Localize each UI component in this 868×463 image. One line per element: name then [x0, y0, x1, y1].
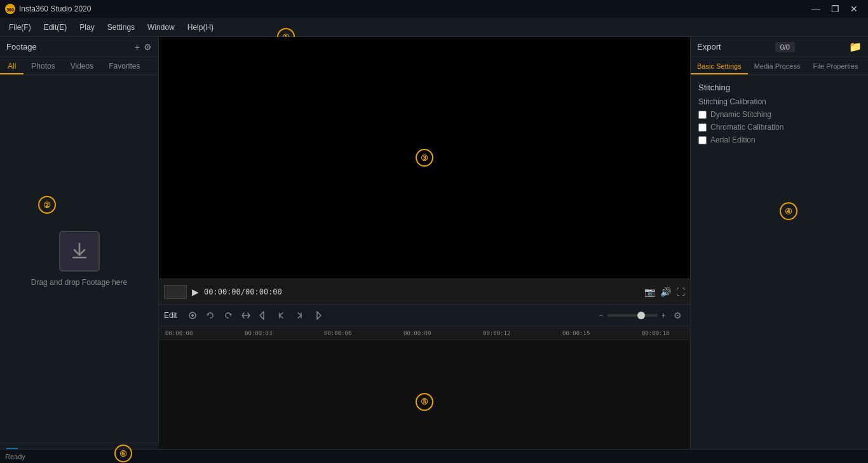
- svg-text:360: 360: [6, 8, 14, 12]
- menu-file[interactable]: File(F): [3, 20, 37, 34]
- status-text: Ready: [5, 453, 25, 460]
- menu-bar: File(F) Edit(E) Play Settings Window Hel…: [0, 18, 868, 37]
- center-panel: ③ ▶ 00:00:00/00:00:00 📷 🔊 ⛶ Edit: [159, 37, 690, 463]
- edit-toolbar: Edit: [159, 305, 690, 326]
- video-preview: ③: [159, 37, 690, 279]
- svg-point-3: [191, 314, 194, 317]
- settings-icon[interactable]: ⚙: [670, 308, 685, 323]
- dynamic-stitching-row: Dynamic Stitching: [698, 110, 860, 119]
- preview-thumbnail: [164, 285, 187, 299]
- zoom-slider[interactable]: [607, 314, 658, 317]
- ruler-mark-2: 00:00:06: [324, 330, 351, 336]
- aerial-edition-label: Aerial Edition: [710, 135, 756, 144]
- flip-button[interactable]: [238, 308, 254, 323]
- trim-start-button[interactable]: [256, 308, 271, 323]
- timeline-content[interactable]: ⑤: [159, 340, 690, 463]
- ruler-mark-4: 00:00:12: [483, 330, 510, 336]
- app-icon: 360: [5, 4, 15, 14]
- right-tabs: Basic Settings Media Process File Proper…: [691, 57, 868, 75]
- export-header: Export 0/0 📁: [691, 37, 868, 57]
- zoom-controls: − + ⚙: [599, 308, 685, 323]
- tab-file-properties[interactable]: File Properties: [806, 57, 864, 74]
- rotate-left-button[interactable]: [203, 308, 218, 323]
- footage-drop-zone[interactable]: Drag and drop Footage here: [0, 75, 158, 443]
- volume-button[interactable]: 🔊: [660, 287, 671, 297]
- maximize-button[interactable]: ❐: [826, 0, 844, 18]
- right-panel: Export 0/0 📁 Basic Settings Media Proces…: [690, 37, 868, 463]
- dynamic-stitching-label: Dynamic Stitching: [710, 110, 771, 119]
- time-display: 00:00:00/00:00:00: [204, 287, 282, 296]
- upload-icon: [59, 231, 100, 272]
- footage-tabs: All Photos Videos Favorites: [0, 57, 158, 75]
- video-controls: ▶ 00:00:00/00:00:00 📷 🔊 ⛶: [159, 279, 690, 304]
- tab-favorites[interactable]: Favorites: [101, 57, 147, 74]
- prev-frame-button[interactable]: [274, 308, 289, 323]
- footage-header: Footage + ⚙: [0, 37, 158, 57]
- trim-end-button[interactable]: [309, 308, 325, 323]
- chromatic-calibration-row: Chromatic Calibration: [698, 123, 860, 132]
- ruler-mark-3: 00:00:09: [403, 330, 431, 336]
- tab-basic-settings[interactable]: Basic Settings: [691, 57, 748, 74]
- fullscreen-button[interactable]: ⛶: [676, 287, 685, 297]
- title-controls: — ❐ ✕: [807, 0, 863, 18]
- stitching-section: Stitching Stitching Calibration Dynamic …: [698, 83, 860, 144]
- chromatic-calibration-label: Chromatic Calibration: [710, 123, 783, 132]
- drop-zone[interactable]: Drag and drop Footage here: [31, 231, 127, 287]
- circle-5: ⑤: [416, 393, 433, 411]
- zoom-slider-thumb[interactable]: [637, 312, 645, 319]
- rotate-right-button[interactable]: [220, 308, 236, 323]
- circle-3: ③: [416, 149, 433, 167]
- menu-play[interactable]: Play: [73, 20, 100, 34]
- footage-settings-button[interactable]: ⚙: [144, 42, 152, 52]
- zoom-in-button[interactable]: +: [661, 311, 666, 320]
- left-panel: Footage + ⚙ All Photos Videos Favorites: [0, 37, 159, 463]
- menu-help[interactable]: Help(H): [181, 20, 220, 34]
- export-counter: 0/0: [775, 42, 795, 52]
- ruler-mark-6: 00:00:18: [642, 330, 669, 336]
- ruler-mark-5: 00:00:15: [562, 330, 590, 336]
- menu-edit[interactable]: Edit(E): [37, 20, 74, 34]
- close-button[interactable]: ✕: [845, 0, 863, 18]
- title-left: 360 Insta360 Studio 2020: [5, 4, 91, 14]
- gyroscope-button[interactable]: [185, 308, 200, 323]
- tab-all[interactable]: All: [0, 57, 24, 74]
- app-title: Insta360 Studio 2020: [19, 4, 91, 13]
- tab-videos[interactable]: Videos: [63, 57, 101, 74]
- footage-add-button[interactable]: +: [135, 42, 140, 52]
- title-bar: 360 Insta360 Studio 2020 — ❐ ✕: [0, 0, 868, 18]
- drop-text: Drag and drop Footage here: [31, 278, 127, 287]
- export-folder-button[interactable]: 📁: [849, 41, 862, 53]
- dynamic-stitching-checkbox[interactable]: [698, 111, 707, 119]
- aerial-edition-checkbox[interactable]: [698, 136, 707, 144]
- play-button[interactable]: ▶: [192, 287, 199, 297]
- export-title: Export: [697, 42, 721, 52]
- timeline-ruler: 00:00:00 00:00:03 00:00:06 00:00:09 00:0…: [159, 326, 690, 340]
- edit-panel: Edit: [159, 304, 690, 463]
- footage-title: Footage: [6, 42, 37, 52]
- tab-media-process[interactable]: Media Process: [748, 57, 807, 74]
- screenshot-button[interactable]: 📷: [644, 287, 655, 297]
- status-bar: Ready ⑥: [0, 449, 868, 463]
- tab-photos[interactable]: Photos: [24, 57, 62, 74]
- menu-window[interactable]: Window: [141, 20, 181, 34]
- stitching-title: Stitching: [698, 83, 860, 92]
- minimize-button[interactable]: —: [807, 0, 825, 18]
- aerial-edition-row: Aerial Edition: [698, 135, 860, 144]
- stitching-calibration-label: Stitching Calibration: [698, 97, 860, 106]
- zoom-out-button[interactable]: −: [599, 311, 603, 320]
- ruler-mark-0: 00:00:00: [165, 330, 193, 336]
- ruler-mark-1: 00:00:03: [245, 330, 272, 336]
- footage-actions: + ⚙: [135, 42, 152, 52]
- next-frame-button[interactable]: [292, 308, 307, 323]
- edit-label: Edit: [164, 311, 177, 320]
- chromatic-calibration-checkbox[interactable]: [698, 123, 707, 132]
- menu-settings[interactable]: Settings: [101, 20, 141, 34]
- main-layout: Footage + ⚙ All Photos Videos Favorites: [0, 37, 868, 463]
- right-content: Stitching Stitching Calibration Dynamic …: [691, 75, 868, 463]
